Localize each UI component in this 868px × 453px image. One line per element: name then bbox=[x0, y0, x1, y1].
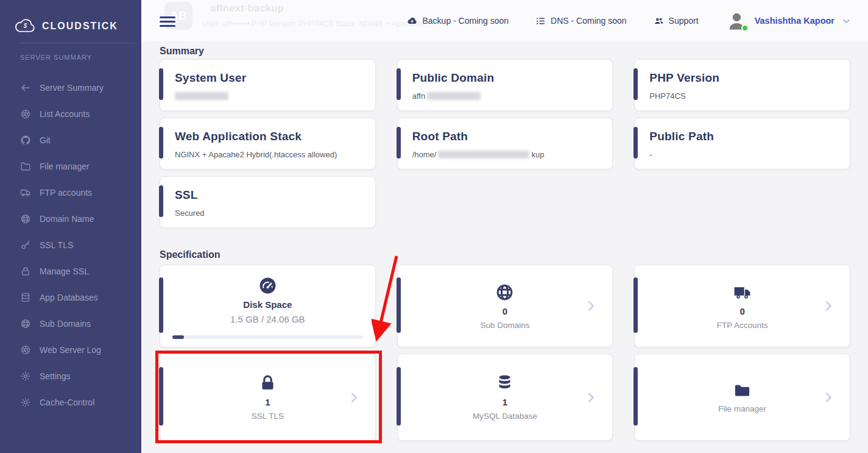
topbar-right: Backup - Coming soon DNS - Coming soon S… bbox=[407, 0, 852, 41]
chevron-down-icon[interactable] bbox=[841, 16, 852, 26]
summary-card-title: Public Domain bbox=[412, 71, 495, 85]
specification-grid: Disk Space 1.5 GB / 24.06 GB 0 Sub Domai… bbox=[160, 265, 850, 441]
sidebar-item-label: SSL TLS bbox=[40, 240, 73, 250]
sidebar-item-label: File manager bbox=[40, 162, 90, 171]
summary-grid: System User Public Domain affn PHP Versi… bbox=[160, 59, 850, 228]
server-name: affnext-backup bbox=[210, 2, 284, 15]
server-meta: User: aff••••••• PHP Version: PHP74CS St… bbox=[202, 20, 426, 28]
summary-card-title: PHP Version bbox=[649, 71, 719, 85]
chevron-right-icon[interactable] bbox=[347, 391, 361, 404]
sidebar-item-ftp-accounts[interactable]: FTP accounts bbox=[0, 179, 141, 205]
list-check-icon bbox=[535, 16, 546, 26]
online-status-badge bbox=[741, 24, 749, 32]
globe-outline-icon bbox=[20, 318, 31, 329]
summary-card-value: /home/kup bbox=[412, 150, 545, 159]
content-area: AB affnext-backup User: aff••••••• PHP V… bbox=[141, 0, 868, 453]
sidebar-item-label: Domain Name bbox=[40, 214, 94, 224]
spec-card-file-manager[interactable]: File manager bbox=[634, 354, 850, 441]
card-accent-bar bbox=[159, 277, 163, 333]
card-accent-bar bbox=[397, 277, 401, 333]
card-accent-bar bbox=[633, 277, 638, 333]
sidebar-item-manage-ssl[interactable]: Manage SSL bbox=[0, 258, 141, 284]
sidebar-item-label: Manage SSL bbox=[40, 266, 89, 276]
user-avatar-icon bbox=[725, 10, 748, 32]
chevron-right-icon[interactable] bbox=[584, 299, 598, 313]
card-accent-bar bbox=[159, 127, 163, 159]
sidebar: CLOUDSTICK SERVER SUMMARY Server Summary… bbox=[0, 0, 141, 453]
summary-card-title: Web Application Stack bbox=[175, 130, 302, 143]
brand-logo[interactable]: CLOUDSTICK bbox=[0, 0, 141, 40]
header-nav-backup[interactable]: Backup - Coming soon bbox=[407, 16, 509, 26]
sidebar-section-label: SERVER SUMMARY bbox=[20, 54, 141, 61]
sidebar-item-server-summary[interactable]: Server Summary bbox=[0, 74, 141, 101]
sidebar-item-label: FTP accounts bbox=[40, 188, 92, 198]
sidebar-item-git[interactable]: Git bbox=[0, 127, 141, 153]
sidebar-item-ssl-tls[interactable]: SSL TLS bbox=[0, 232, 141, 258]
spec-card-count: Disk Space bbox=[243, 299, 292, 310]
summary-card-system-user: System User bbox=[160, 59, 376, 111]
sidebar-item-list-accounts[interactable]: List Accounts bbox=[0, 101, 141, 127]
brand-name: CLOUDSTICK bbox=[42, 21, 118, 32]
speedometer-icon bbox=[258, 276, 277, 295]
main-panel: Summary System User Public Domain affn P… bbox=[141, 41, 868, 441]
sidebar-item-sub-domains[interactable]: Sub Domains bbox=[0, 310, 141, 337]
summary-card-value bbox=[175, 91, 228, 101]
truck-outline-icon bbox=[20, 187, 31, 198]
card-accent-bar bbox=[633, 127, 638, 159]
globe-solid-icon bbox=[495, 283, 514, 302]
spec-card-label: MySQL Database bbox=[473, 412, 537, 421]
spec-card-ssl-tls[interactable]: 1 SSL TLS bbox=[160, 354, 376, 441]
sidebar-item-file-manager[interactable]: File manager bbox=[0, 153, 141, 179]
spec-card-mysql-database[interactable]: 1 MySQL Database bbox=[397, 354, 613, 441]
spec-card-sub-domains[interactable]: 0 Sub Domains bbox=[397, 265, 613, 348]
lock-solid-icon bbox=[258, 374, 277, 393]
redacted-value bbox=[438, 151, 529, 159]
spec-card-label: SSL TLS bbox=[252, 412, 284, 421]
spec-card-label: FTP Accounts bbox=[717, 321, 768, 330]
spec-card-label: Sub Domains bbox=[480, 321, 529, 330]
sidebar-item-app-databases[interactable]: App Databases bbox=[0, 284, 141, 310]
spec-card-count: 0 bbox=[503, 306, 507, 316]
aperture-icon bbox=[20, 109, 31, 119]
sidebar-item-settings[interactable]: Settings bbox=[0, 363, 141, 389]
sidebar-item-domain-name[interactable]: Domain Name bbox=[0, 205, 141, 232]
spec-card-ftp-accounts[interactable]: 0 FTP Accounts bbox=[634, 265, 850, 348]
gear-icon bbox=[20, 397, 31, 408]
folder-solid-icon bbox=[733, 381, 752, 400]
sidebar-item-label: Cache-Control bbox=[40, 398, 94, 407]
user-name: Vashishtha Kapoor bbox=[755, 16, 834, 26]
summary-heading: Summary bbox=[160, 45, 850, 57]
chevron-right-icon[interactable] bbox=[584, 391, 598, 404]
top-bar: AB affnext-backup User: aff••••••• PHP V… bbox=[141, 0, 868, 41]
card-accent-bar bbox=[633, 367, 638, 426]
spec-card-disk-space[interactable]: Disk Space 1.5 GB / 24.06 GB bbox=[160, 265, 376, 348]
summary-card-php-version: PHP Version PHP74CS bbox=[634, 59, 850, 111]
folder-outline-icon bbox=[20, 161, 31, 172]
sidebar-item-cache-control[interactable]: Cache-Control bbox=[0, 389, 141, 415]
sidebar-item-web-server-log[interactable]: Web Server Log bbox=[0, 337, 141, 363]
chevron-right-icon[interactable] bbox=[822, 299, 835, 313]
summary-card-title: SSL bbox=[175, 188, 198, 202]
spec-card-count: 1 bbox=[265, 397, 270, 407]
redacted-value bbox=[427, 92, 481, 100]
card-accent-bar bbox=[633, 68, 638, 100]
back-arrow-icon bbox=[20, 82, 31, 93]
sidebar-nav: Server Summary List Accounts Git File ma… bbox=[0, 74, 141, 415]
hamburger-menu-icon[interactable] bbox=[160, 16, 175, 27]
header-nav-dns[interactable]: DNS - Coming soon bbox=[535, 16, 627, 26]
summary-card-value: - bbox=[649, 150, 652, 159]
chevron-right-icon[interactable] bbox=[822, 391, 835, 404]
spec-card-label: File manager bbox=[718, 404, 766, 413]
card-accent-bar bbox=[159, 367, 163, 426]
card-accent-bar bbox=[159, 185, 163, 217]
card-accent-bar bbox=[397, 68, 401, 100]
card-accent-bar bbox=[159, 68, 163, 100]
lock-outline-icon bbox=[20, 266, 31, 277]
card-accent-bar bbox=[397, 367, 401, 426]
header-nav-support[interactable]: Support bbox=[654, 16, 699, 26]
summary-card-public-domain: Public Domain affn bbox=[397, 59, 613, 111]
header-nav-label: Support bbox=[669, 16, 699, 26]
database-outline-icon bbox=[20, 292, 31, 303]
specification-heading: Specification bbox=[160, 249, 850, 261]
user-menu[interactable]: Vashishtha Kapoor bbox=[725, 10, 852, 32]
